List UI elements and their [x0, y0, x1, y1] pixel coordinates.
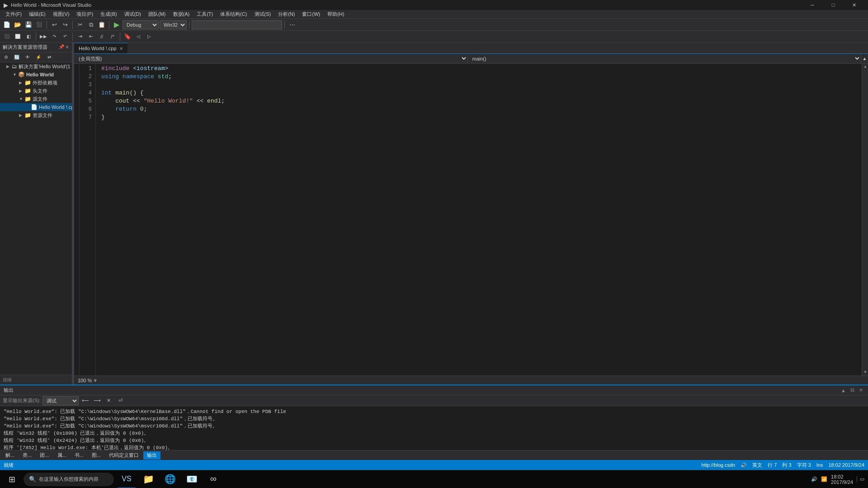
zoom-dropdown[interactable]: ▼	[93, 378, 98, 383]
menu-build[interactable]: 生成(B)	[97, 10, 121, 19]
toolbar-save[interactable]: 💾	[24, 20, 33, 30]
toolbar-more[interactable]: ⋯	[287, 20, 297, 30]
toolbar-new[interactable]: 📄	[2, 20, 12, 30]
taskbar-ie[interactable]: 🌐	[161, 470, 179, 488]
se-tb-filter[interactable]: ⚡	[33, 52, 43, 62]
out-tb-clear[interactable]: ✕	[104, 396, 114, 406]
menu-file[interactable]: 文件(F)	[2, 10, 25, 19]
se-tb-props[interactable]: ⚙	[1, 52, 11, 62]
btm-tab-6[interactable]: 代码定义窗口	[105, 451, 142, 460]
tb2-btn2[interactable]: ⬜	[13, 32, 23, 42]
tab-close-btn[interactable]: ✕	[119, 46, 123, 51]
sep7	[72, 33, 73, 41]
menu-architecture[interactable]: 体系结构(C)	[217, 10, 250, 19]
quick-launch[interactable]	[192, 20, 282, 29]
output-header: 输出 ▲ ⊟ ✕	[0, 385, 868, 395]
nav-expand-btn[interactable]: ▲	[861, 54, 868, 63]
resource-files[interactable]: ▶ 📁 资源文件	[0, 111, 72, 119]
tb2-indent2[interactable]: ⇤	[86, 32, 96, 42]
output-source-select[interactable]: 调试	[42, 396, 79, 405]
tb2-dbg3[interactable]: ↶	[60, 32, 70, 42]
cpp-file[interactable]: 📄 Hello World !.cpp	[0, 103, 72, 111]
btm-tab-3[interactable]: 属...	[54, 451, 70, 460]
editor-scrollbar-v[interactable]: ▲ ▼	[862, 64, 868, 375]
menu-debug[interactable]: 调试(D)	[121, 10, 145, 19]
external-deps[interactable]: ▶ 📁 外部依赖项	[0, 79, 72, 87]
minimize-button[interactable]: ─	[802, 0, 823, 10]
code-editor[interactable]: 1 2 3 4 5 6 7 #include <iostream> using …	[74, 64, 868, 375]
start-btn[interactable]: ⊞	[4, 471, 20, 488]
tb2-indent1[interactable]: ⇥	[75, 32, 85, 42]
project-node[interactable]: ▼ 📦 Hello World	[0, 70, 72, 79]
menu-tools[interactable]: 工具(T)	[193, 10, 217, 19]
menu-view[interactable]: 视图(V)	[49, 10, 73, 19]
menu-analyze[interactable]: 分析(N)	[274, 10, 298, 19]
btm-tab-7[interactable]: 输出	[143, 451, 160, 460]
tb2-comment1[interactable]: //	[97, 32, 107, 42]
toolbar-redo[interactable]: ↪	[60, 20, 70, 30]
btm-tab-0[interactable]: 解...	[2, 451, 18, 460]
output-float-btn[interactable]: ▲	[840, 388, 847, 393]
btm-tab-5[interactable]: 图...	[88, 451, 104, 460]
taskbar-explorer[interactable]: 📁	[139, 470, 157, 488]
se-tb-sync[interactable]: ⇄	[44, 52, 54, 62]
taskbar-volume[interactable]: 📶	[821, 476, 827, 482]
taskbar-mail[interactable]: 📧	[183, 470, 201, 488]
code-text[interactable]: #include <iostream> using namespace std;…	[96, 64, 862, 375]
menu-window[interactable]: 窗口(W)	[298, 10, 324, 19]
menu-edit[interactable]: 编辑(E)	[25, 10, 49, 19]
taskbar-vs-app[interactable]: VS	[118, 470, 136, 488]
se-close-btn[interactable]: ✕	[65, 44, 69, 50]
tb2-bookmark-prev[interactable]: ◁	[133, 32, 143, 42]
menu-team[interactable]: 团队(M)	[145, 10, 170, 19]
toolbar-paste[interactable]: 📋	[97, 20, 107, 30]
menu-project[interactable]: 项目(P)	[73, 10, 97, 19]
solution-root[interactable]: ▶ 🗂 解决方案'Hello World'(1 个项	[0, 62, 72, 70]
taskbar-network[interactable]: 🔊	[811, 476, 817, 482]
btm-tab-2[interactable]: 团...	[36, 451, 52, 460]
se-tb-refresh[interactable]: 🔄	[12, 52, 22, 62]
scroll-down-btn[interactable]: ▼	[862, 369, 868, 375]
out-tb-wrap[interactable]: ⏎	[116, 396, 126, 406]
editor-tab-main[interactable]: Hello World !.cpp ✕	[74, 43, 128, 53]
taskbar-show-desktop[interactable]: ▭	[857, 476, 864, 482]
close-button[interactable]: ✕	[844, 0, 864, 10]
scope-dropdown[interactable]: (全局范围)	[74, 54, 468, 63]
platform-select[interactable]: Win32	[160, 20, 187, 29]
menu-help[interactable]: 帮助(H)	[324, 10, 348, 19]
se-pin-btn[interactable]: 📌	[59, 44, 64, 50]
menu-test[interactable]: 测试(S)	[251, 10, 275, 19]
btm-tab-1[interactable]: 类...	[19, 451, 35, 460]
taskbar-misc[interactable]: ∞	[204, 470, 222, 488]
member-dropdown[interactable]: main()	[468, 54, 861, 63]
toolbar-save-all[interactable]: ⬛	[34, 20, 44, 30]
tb2-bookmark[interactable]: 🔖	[123, 32, 132, 42]
scroll-up-btn[interactable]: ▲	[862, 64, 868, 70]
tb2-bookmark-next[interactable]: ▷	[144, 32, 154, 42]
se-tb-showall[interactable]: 👁	[23, 52, 33, 62]
menu-data[interactable]: 数据(A)	[170, 10, 193, 19]
out-tb-btn2[interactable]: ⟶	[92, 396, 102, 406]
taskbar-search[interactable]: 🔍 在这里输入你想搜索的内容	[24, 473, 114, 486]
tb2-btn1[interactable]: ⬛	[2, 32, 12, 42]
source-files[interactable]: ▼ 📁 源文件	[0, 95, 72, 103]
status-ready: 就绪	[4, 462, 14, 469]
tb2-dbg1[interactable]: ▶▶	[38, 32, 48, 42]
btm-tab-4[interactable]: 书...	[71, 451, 87, 460]
config-select[interactable]: Debug	[123, 20, 159, 29]
scroll-track[interactable]	[862, 70, 868, 369]
toolbar-copy[interactable]: ⧉	[86, 20, 96, 30]
output-dock-btn[interactable]: ⊟	[849, 387, 856, 393]
out-tb-btn1[interactable]: ⟵	[80, 396, 90, 406]
header-files[interactable]: ▶ 📁 头文件	[0, 87, 72, 95]
toolbar-open[interactable]: 📂	[13, 20, 23, 30]
output-close-btn[interactable]: ✕	[858, 387, 864, 393]
toolbar-start[interactable]: ▶	[112, 20, 122, 30]
toolbar-undo[interactable]: ↩	[49, 20, 59, 30]
restore-button[interactable]: □	[823, 0, 844, 10]
toolbar-cut[interactable]: ✂	[75, 20, 85, 30]
taskbar-search-placeholder: 在这里输入你想搜索的内容	[39, 476, 99, 483]
tb2-btn3[interactable]: ◧	[24, 32, 33, 42]
tb2-comment2[interactable]: /*	[108, 32, 118, 42]
tb2-dbg2[interactable]: ↷	[49, 32, 59, 42]
